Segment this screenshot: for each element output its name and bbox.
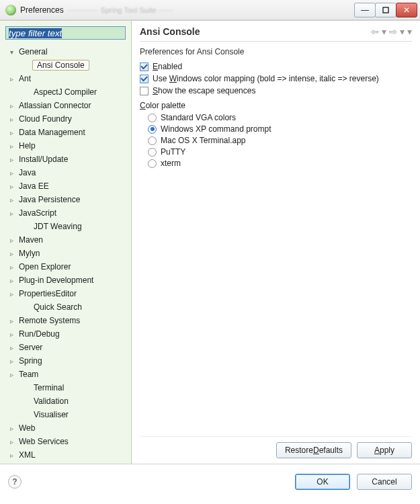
tree-item-label: JavaScript xyxy=(17,208,58,218)
checkbox-windows-color-mapping[interactable]: Use Windows color mapping (bold => inten… xyxy=(140,74,412,83)
title-bar: Preferences ··············· Spring Tool … xyxy=(0,0,420,20)
title-tail-blur: ··············· Spring Tool Suite ······… xyxy=(68,6,351,14)
expand-arrow-icon[interactable]: ▹ xyxy=(8,331,15,337)
expand-arrow-icon[interactable]: ▹ xyxy=(8,210,15,216)
tree-item[interactable]: ▹Plug-in Development xyxy=(3,274,128,287)
tree-item[interactable]: ▾General xyxy=(3,45,128,58)
expand-arrow-icon[interactable]: ▹ xyxy=(8,129,15,136)
tree-item[interactable]: ▹Cloud Foundry xyxy=(3,112,128,126)
close-button[interactable]: ✕ xyxy=(396,3,417,17)
page-header: Ansi Console ⇦ ▾ ⇨ ▾ ▾ xyxy=(140,26,412,42)
expand-arrow-icon[interactable]: ▹ xyxy=(8,75,15,82)
palette-radio-option[interactable]: Mac OS X Terminal.app xyxy=(148,136,412,145)
expand-arrow-icon[interactable]: ▹ xyxy=(8,452,15,458)
preferences-tree[interactable]: ▾GeneralAnsi Console▹AntAspectJ Compiler… xyxy=(3,44,128,461)
cancel-button[interactable]: Cancel xyxy=(357,474,412,490)
tree-item-label: Install/Update xyxy=(17,155,69,164)
expand-arrow-icon[interactable]: ▹ xyxy=(8,250,15,257)
restore-defaults-button[interactable]: Restore Defaults xyxy=(276,442,351,458)
tree-item[interactable]: AspectJ Compiler xyxy=(3,85,128,99)
ok-button[interactable]: OK xyxy=(295,474,350,490)
tree-item-label: Open Explorer xyxy=(17,262,72,271)
content-area: ▾GeneralAnsi Console▹AntAspectJ Compiler… xyxy=(0,20,420,464)
color-palette-group-label: Color palette xyxy=(140,101,412,110)
expand-arrow-icon[interactable]: ▹ xyxy=(8,277,15,284)
tree-item-label: Ansi Console xyxy=(32,60,89,71)
tree-item[interactable]: ▹Remote Systems xyxy=(3,314,128,327)
tree-item-label: Spring xyxy=(17,356,44,366)
palette-radio-option[interactable]: Standard VGA colors xyxy=(148,113,412,122)
expand-arrow-icon[interactable]: ▹ xyxy=(8,196,15,203)
nav-forward-icon[interactable]: ⇨ ▾ xyxy=(389,26,405,37)
help-icon[interactable]: ? xyxy=(8,475,22,489)
tree-item-label: PropertiesEditor xyxy=(17,289,78,298)
apply-button[interactable]: Apply xyxy=(357,442,412,458)
checkbox-show-escape[interactable]: Show the escape sequences xyxy=(140,86,412,95)
palette-radio-option[interactable]: xterm xyxy=(148,159,412,168)
tree-item-label: XML xyxy=(17,450,37,460)
expand-arrow-icon[interactable]: ▹ xyxy=(8,438,15,445)
color-palette-radio-group: Standard VGA colorsWindows XP command pr… xyxy=(140,113,412,168)
tree-item[interactable]: ▹Server xyxy=(3,341,128,354)
expand-arrow-icon[interactable]: ▹ xyxy=(8,116,15,122)
tree-item-label: Remote Systems xyxy=(17,316,81,325)
expand-arrow-icon[interactable]: ▹ xyxy=(8,371,15,378)
page-nav: ⇦ ▾ ⇨ ▾ ▾ xyxy=(371,26,412,37)
tree-item[interactable]: Terminal xyxy=(3,381,128,394)
tree-item[interactable]: ▹Web xyxy=(3,421,128,435)
minimize-button[interactable]: — xyxy=(354,3,376,17)
tree-item-label: Terminal xyxy=(32,383,65,392)
tree-item-label: Atlassian Connector xyxy=(17,101,92,110)
tree-item[interactable]: ▹Java Persistence xyxy=(3,193,128,206)
tree-item[interactable]: ▹Web Services xyxy=(3,435,128,448)
expand-arrow-icon[interactable]: ▹ xyxy=(8,290,15,297)
expand-arrow-icon[interactable]: ▹ xyxy=(8,237,15,243)
maximize-button[interactable] xyxy=(375,3,396,17)
tree-item[interactable]: ▹Mylyn xyxy=(3,247,128,260)
tree-item[interactable]: Validation xyxy=(3,394,128,408)
tree-item[interactable]: ▹Team xyxy=(3,368,128,381)
tree-item[interactable]: ▹Open Explorer xyxy=(3,260,128,274)
nav-menu-icon[interactable]: ▾ xyxy=(407,26,412,37)
expand-arrow-icon[interactable]: ▹ xyxy=(8,169,15,176)
tree-item-label: Team xyxy=(17,370,40,379)
expand-arrow-icon[interactable]: ▹ xyxy=(8,344,15,351)
page-title: Ansi Console xyxy=(140,26,200,37)
tree-item[interactable]: Visualiser xyxy=(3,408,128,421)
checkbox-enabled[interactable]: Enabled xyxy=(140,62,412,71)
tree-item[interactable]: ▹Run/Debug xyxy=(3,327,128,341)
preferences-tree-panel: ▾GeneralAnsi Console▹AntAspectJ Compiler… xyxy=(0,21,132,464)
tree-item[interactable]: ▹Java xyxy=(3,166,128,179)
tree-item[interactable]: ▹JavaScript xyxy=(3,206,128,220)
tree-item[interactable]: ▹Spring xyxy=(3,354,128,368)
expand-arrow-icon[interactable]: ▹ xyxy=(8,317,15,324)
expand-arrow-icon[interactable]: ▹ xyxy=(8,183,15,190)
tree-item[interactable]: Quick Search xyxy=(3,300,128,314)
expand-arrow-icon[interactable]: ▹ xyxy=(8,102,15,109)
tree-item[interactable]: ▹Java EE xyxy=(3,179,128,193)
tree-item[interactable]: JDT Weaving xyxy=(3,220,128,233)
tree-item[interactable]: ▹Ant xyxy=(3,72,128,85)
nav-back-icon[interactable]: ⇦ ▾ xyxy=(371,26,386,37)
tree-item[interactable]: ▹Install/Update xyxy=(3,153,128,166)
palette-radio-option[interactable]: PuTTY xyxy=(148,147,412,157)
tree-item[interactable]: ▹XML xyxy=(3,448,128,461)
tree-item[interactable]: ▹Atlassian Connector xyxy=(3,99,128,112)
expand-arrow-icon[interactable]: ▹ xyxy=(8,156,15,163)
tree-item[interactable]: ▹Data Management xyxy=(3,126,128,139)
expand-arrow-icon[interactable]: ▹ xyxy=(8,425,15,431)
tree-item[interactable]: ▹PropertiesEditor xyxy=(3,287,128,300)
expand-arrow-icon[interactable]: ▹ xyxy=(8,142,15,149)
radio-label: Windows XP command prompt xyxy=(161,124,271,134)
tree-item-label: Plug-in Development xyxy=(17,276,95,285)
expand-arrow-icon[interactable]: ▹ xyxy=(8,263,15,270)
tree-item[interactable]: ▹Maven xyxy=(3,233,128,247)
palette-radio-option[interactable]: Windows XP command prompt xyxy=(148,124,412,134)
expand-arrow-icon[interactable]: ▹ xyxy=(8,358,15,364)
tree-item[interactable]: Ansi Console xyxy=(3,58,128,72)
expand-arrow-icon[interactable]: ▾ xyxy=(8,48,15,55)
tree-item[interactable]: ▹Help xyxy=(3,139,128,153)
filter-input[interactable] xyxy=(5,26,126,40)
checkbox-label: Show the escape sequences xyxy=(153,86,255,95)
dialog-button-bar: ? OK Cancel xyxy=(0,464,420,499)
